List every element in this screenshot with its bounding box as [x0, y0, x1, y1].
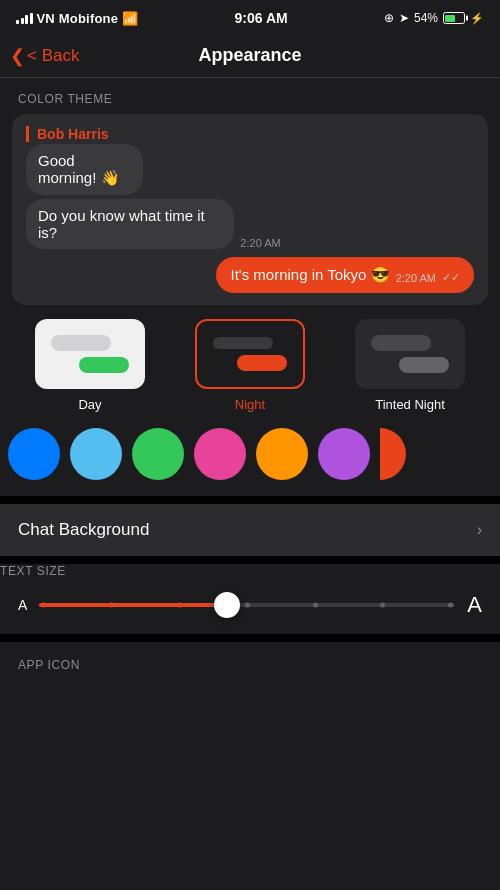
color-circles — [0, 424, 500, 496]
theme-tinted-night[interactable]: Tinted Night — [330, 319, 490, 412]
theme-selector: Day Night Tinted Night — [0, 319, 500, 424]
day-sent-bubble — [79, 357, 129, 373]
day-received-bubble — [51, 335, 111, 351]
sender-name: Bob Harris — [26, 126, 109, 142]
slider-dots — [39, 603, 455, 608]
carrier: VN Mobifone 📶 — [16, 11, 138, 26]
battery-icon — [443, 12, 465, 24]
status-time: 9:06 AM — [235, 10, 288, 26]
text-size-slider-track[interactable] — [39, 603, 455, 607]
color-red-partial[interactable] — [380, 428, 406, 480]
back-label: < Back — [27, 46, 79, 66]
theme-day[interactable]: Day — [10, 319, 170, 412]
location-icon: ⊕ — [384, 11, 394, 25]
tinted-sent-bubble — [399, 357, 449, 373]
charging-icon: ⚡ — [470, 12, 484, 25]
theme-tinted-thumbnail[interactable] — [355, 319, 465, 389]
chat-preview: Bob Harris Good morning! 👋 Do you know w… — [12, 114, 488, 305]
slider-dot-3 — [177, 603, 182, 608]
section-divider — [0, 496, 500, 504]
color-blue[interactable] — [8, 428, 60, 480]
theme-day-thumbnail[interactable] — [35, 319, 145, 389]
sent-message: It's morning in Tokyo 😎 2:20 AM ✓✓ — [26, 257, 474, 293]
back-chevron-icon: ❮ — [10, 45, 25, 67]
theme-day-label: Day — [78, 397, 101, 412]
chevron-right-icon: › — [477, 521, 482, 539]
received-time: 2:20 AM — [240, 237, 280, 249]
sent-time: 2:20 AM — [396, 272, 436, 284]
signal-icon — [16, 13, 33, 24]
received-bubble: Good morning! 👋 — [26, 144, 143, 195]
slider-dot-2 — [109, 603, 114, 608]
chat-background-row[interactable]: Chat Background › — [0, 504, 500, 556]
text-size-large-a: A — [467, 592, 482, 618]
wifi-icon: 📶 — [122, 11, 138, 26]
received-message: Bob Harris Good morning! 👋 Do you know w… — [26, 126, 474, 249]
night-sent-bubble — [237, 355, 287, 371]
text-size-slider-container: A A — [0, 578, 500, 634]
section-divider-2 — [0, 556, 500, 564]
received-bubble-2: Do you know what time it is? — [26, 199, 234, 249]
status-bar: VN Mobifone 📶 9:06 AM ⊕ ➤ 54% ⚡ — [0, 0, 500, 34]
color-theme-label: COLOR THEME — [0, 78, 500, 114]
color-orange[interactable] — [256, 428, 308, 480]
color-green[interactable] — [132, 428, 184, 480]
slider-dot-1 — [41, 603, 46, 608]
section-divider-3 — [0, 634, 500, 642]
sent-bubble: It's morning in Tokyo 😎 2:20 AM ✓✓ — [216, 257, 474, 293]
color-pink[interactable] — [194, 428, 246, 480]
theme-night-label: Night — [235, 397, 265, 412]
app-icon-label: APP ICON — [0, 642, 500, 680]
status-right-icons: ⊕ ➤ 54% ⚡ — [384, 11, 484, 25]
tinted-received-bubble — [371, 335, 431, 351]
text-size-small-a: A — [18, 597, 27, 613]
slider-dot-5 — [313, 603, 318, 608]
text-size-label: TEXT SIZE — [0, 564, 500, 578]
theme-night[interactable]: Night — [170, 319, 330, 412]
slider-dot-7 — [448, 603, 453, 608]
slider-thumb[interactable] — [214, 592, 240, 618]
back-button[interactable]: ❮ < Back — [10, 45, 79, 67]
slider-dot-6 — [380, 603, 385, 608]
battery-pct: 54% — [414, 11, 438, 25]
checkmarks-icon: ✓✓ — [442, 271, 460, 284]
night-received-bubble — [213, 337, 273, 349]
color-cyan[interactable] — [70, 428, 122, 480]
theme-tinted-label: Tinted Night — [375, 397, 445, 412]
slider-dot-4 — [245, 603, 250, 608]
page-title: Appearance — [198, 45, 301, 66]
color-purple[interactable] — [318, 428, 370, 480]
nav-icon: ➤ — [399, 11, 409, 25]
theme-night-thumbnail[interactable] — [195, 319, 305, 389]
chat-background-label: Chat Background — [18, 520, 149, 540]
nav-bar: ❮ < Back Appearance — [0, 34, 500, 78]
